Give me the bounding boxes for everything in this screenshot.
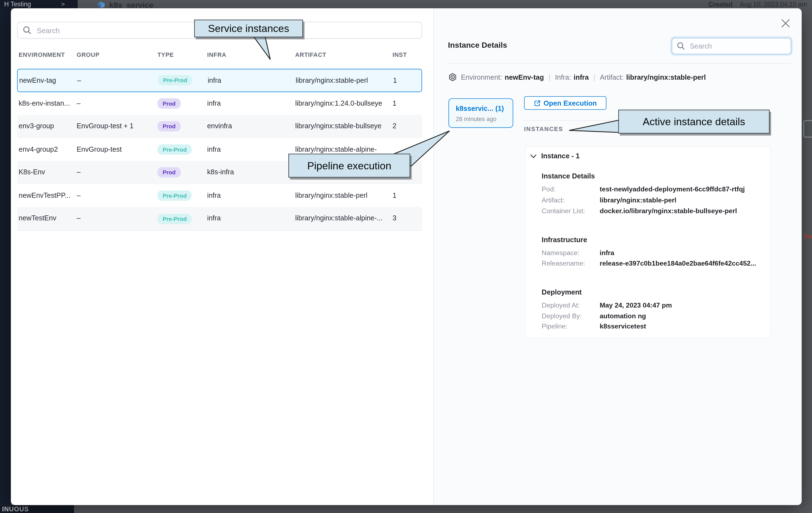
instance-title: Instance - 1 (541, 152, 580, 160)
instances-section-label: INSTANCES (524, 126, 563, 132)
created-date: Aug 10, 2023 04:10 am (740, 1, 807, 8)
cell-group: – (77, 69, 81, 92)
cell-group: – (77, 92, 81, 115)
service-cube-icon (97, 2, 105, 8)
releasename-value: release-e397c0b1bee184a0e2bae64f6fe42cc4… (600, 259, 756, 267)
infra-value: infra (574, 73, 589, 81)
cell-type: Pre-Prod (157, 213, 192, 224)
sidebar-project-label: H Testing (4, 1, 31, 8)
panel-title: Instance Details (448, 40, 507, 49)
cell-environment: env3-group (19, 115, 54, 138)
deployed-at-value: May 24, 2023 04:47 pm (600, 301, 672, 309)
instance-expander[interactable]: Instance - 1 (530, 152, 580, 160)
artifact-value: library/nginx:stable-perl (626, 73, 706, 81)
cell-environment: k8s-env-instan... (19, 92, 70, 115)
dimmed-sidebar-edge (0, 8, 11, 505)
cell-artifact: library/nginx:1.24.0-bullseye (295, 92, 382, 115)
type-badge: Pre-Prod (157, 144, 192, 155)
dimmed-app-right-edge: bu (802, 8, 812, 505)
pipeline-value: k8sservicetest (600, 323, 646, 330)
table-header: ENVIRONMENT GROUP TYPE INFRA ARTIFACT IN… (17, 52, 422, 62)
table-row[interactable]: newTestEnv – Pre-Prod infra library/ngin… (17, 207, 422, 230)
environment-label: Environment: (461, 73, 502, 81)
releasename-label: Releasename: (542, 259, 585, 267)
namespace-value: infra (600, 249, 614, 256)
created-label: Created (708, 1, 732, 8)
dimmed-app-footer: INUOUS (0, 505, 812, 513)
cell-infra: infra (207, 138, 221, 161)
cell-infra: envinfra (207, 115, 232, 138)
col-group: GROUP (77, 52, 99, 58)
deployed-at-label: Deployed At: (542, 301, 580, 309)
execution-name: k8sservic... (1) (456, 104, 504, 112)
cell-infra: k8s-infra (207, 161, 234, 184)
cell-group: – (77, 161, 81, 184)
dimmed-button-outline (803, 120, 812, 138)
infrastructure-heading: Infrastructure (542, 236, 587, 244)
cell-type: Prod (157, 98, 181, 109)
cell-inst: 1 (393, 69, 397, 92)
execution-card[interactable]: k8sservic... (1) 28 minutes ago (448, 98, 513, 128)
col-environment: ENVIRONMENT (19, 52, 65, 58)
service-instances-modal: ENVIRONMENT GROUP TYPE INFRA ARTIFACT IN… (11, 8, 802, 505)
artifact-label: Artifact: (542, 196, 565, 204)
environment-icon (448, 73, 457, 81)
execution-time: 28 minutes ago (456, 116, 496, 122)
chevron-right-icon: > (61, 1, 65, 8)
cell-inst: 1 (393, 184, 396, 207)
dimmed-text-fragment: bu (804, 232, 812, 240)
chevron-down-icon (530, 154, 536, 158)
type-badge: Prod (157, 121, 181, 132)
artifact-label: Artifact: (600, 73, 624, 81)
instance-details-heading: Instance Details (542, 172, 595, 180)
cell-environment: newEnvTestPP... (19, 184, 71, 207)
table-row[interactable]: k8s-env-instan... – Prod infra library/n… (17, 92, 422, 115)
cell-inst: 1 (393, 92, 396, 115)
instances-table-body: newEnv-tag – Pre-Prod infra library/ngin… (17, 69, 422, 231)
col-infra: INFRA (207, 52, 227, 58)
cell-inst: 3 (393, 207, 396, 230)
callout-active-instance-details: Active instance details (618, 110, 770, 133)
col-type: TYPE (157, 52, 174, 58)
table-row[interactable]: newEnv-tag – Pre-Prod infra library/ngin… (17, 69, 422, 92)
container-list-value: docker.io/library/nginx:stable-bullseye-… (600, 207, 737, 215)
search-icon (23, 26, 32, 35)
cell-type: Pre-Prod (157, 190, 192, 201)
cell-infra: infra (207, 184, 221, 207)
separator: | (549, 73, 551, 81)
cell-environment: env4-group2 (19, 138, 58, 161)
divider (448, 63, 791, 64)
pod-value: test-newlyadded-deployment-6cc9ffdc87-rt… (600, 185, 745, 193)
cell-artifact: library/nginx:stable-alpine-... (295, 207, 382, 230)
service-title: k8s_service (109, 1, 153, 8)
separator: | (593, 73, 595, 81)
external-link-icon (534, 99, 541, 106)
cell-environment: K8s-Env (19, 161, 45, 184)
close-icon[interactable] (780, 18, 791, 29)
cell-environment: newTestEnv (19, 207, 57, 230)
table-row[interactable]: newEnvTestPP... – Pre-Prod infra library… (17, 184, 422, 207)
callout-pipeline-execution: Pipeline execution (288, 154, 410, 177)
cell-type: Prod (157, 121, 181, 132)
instance-search-input[interactable] (689, 42, 786, 51)
table-row[interactable]: env3-group EnvGroup-test + 1 Prod envinf… (17, 115, 422, 138)
callout-service-instances: Service instances (194, 20, 303, 37)
cell-type: Pre-Prod (158, 75, 192, 86)
pod-label: Pod: (542, 185, 556, 193)
sidebar-module-label: INUOUS (2, 505, 29, 512)
environment-value: newEnv-tag (505, 73, 544, 81)
type-badge: Prod (157, 168, 181, 178)
panel-divider (433, 8, 434, 505)
cell-group: – (77, 184, 81, 207)
cell-group: – (77, 207, 81, 230)
cell-group: EnvGroup-test + 1 (77, 115, 134, 138)
search-icon (677, 42, 685, 50)
cell-infra: infra (207, 207, 221, 230)
cell-infra: infra (207, 92, 221, 115)
type-badge: Pre-Prod (157, 190, 192, 201)
callout-arrow-active-instance-details (562, 116, 621, 140)
open-execution-button[interactable]: Open Execution (524, 96, 606, 110)
namespace-label: Namespace: (542, 249, 580, 256)
cell-infra: infra (208, 69, 221, 92)
cell-type: Prod (157, 168, 181, 178)
